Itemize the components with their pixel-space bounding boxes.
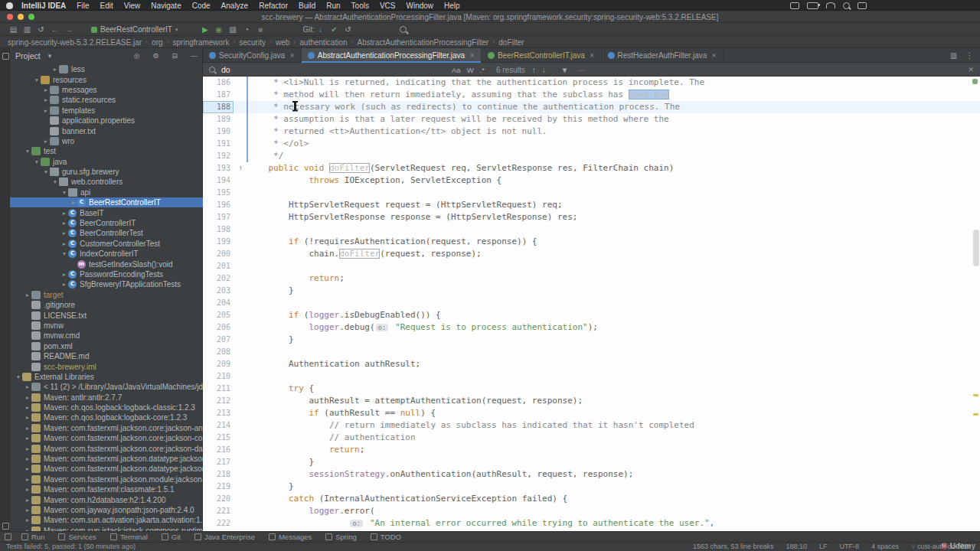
chevron-icon[interactable]: ▸ <box>24 465 31 472</box>
chevron-icon[interactable]: ▸ <box>51 66 59 73</box>
wifi-icon[interactable] <box>826 2 835 8</box>
match-case-toggle[interactable]: Aa <box>449 66 463 74</box>
code-line[interactable]: 193↑ public void doFilter(ServletRequest… <box>203 162 980 174</box>
tree-item[interactable]: ▸Maven: com.fasterxml.jackson.core:jacks… <box>10 433 203 443</box>
line-number[interactable]: 222 <box>203 517 234 530</box>
code-line[interactable]: 220 catch (InternalAuthenticationService… <box>203 493 980 505</box>
chevron-icon[interactable]: ▸ <box>24 517 31 523</box>
code-editor[interactable]: 186 * <li>Null is returned, indicating t… <box>203 77 980 531</box>
code-line[interactable]: 205 if (logger.isDebugEnabled()) { <box>203 309 980 321</box>
window-minimize-button[interactable] <box>18 14 24 20</box>
toolwindow-button-java-enterprise[interactable]: Java Enterprise <box>188 533 262 541</box>
stop-icon[interactable]: ■ <box>254 23 266 36</box>
code-line[interactable]: 192 */ <box>203 150 980 162</box>
line-number[interactable]: 208 <box>203 346 234 358</box>
line-number[interactable]: 201 <box>203 260 234 272</box>
tree-item[interactable]: ▸CBaseIT <box>10 207 203 217</box>
chevron-icon[interactable]: ▸ <box>24 445 31 452</box>
chevron-icon[interactable]: ▸ <box>60 271 68 278</box>
code-line[interactable]: 207 } <box>203 334 980 346</box>
breadcrumb-item[interactable]: AbstractAuthenticationProcessingFilter <box>358 38 489 47</box>
search-query-input[interactable] <box>220 64 445 75</box>
collapse-all-icon[interactable]: ⊟ <box>172 52 178 60</box>
toolwindow-button-spring[interactable]: Spring <box>318 533 363 541</box>
tree-item[interactable]: ▸Maven: com.fasterxml.jackson.module:jac… <box>10 474 203 484</box>
chevron-icon[interactable]: ▸ <box>24 486 31 493</box>
window-close-button[interactable] <box>7 14 13 20</box>
error-stripe-mark[interactable] <box>973 413 978 416</box>
breadcrumb-item[interactable]: web <box>276 38 289 47</box>
chevron-icon[interactable]: ▾ <box>60 250 68 257</box>
tree-item[interactable]: README.md <box>10 351 203 361</box>
tree-item[interactable]: LICENSE.txt <box>10 310 203 320</box>
code-line[interactable]: 187 * method will then return immediatel… <box>203 89 980 101</box>
tree-item[interactable]: .gitignore <box>10 300 203 310</box>
status-segment[interactable]: UTF-8 <box>840 543 860 550</box>
code-line[interactable]: 213 if (authResult == null) { <box>203 407 980 419</box>
line-number[interactable]: 200 <box>203 248 234 260</box>
run-configuration-select[interactable]: BeerRestControllerIT ▾ <box>91 25 178 34</box>
tree-item[interactable]: ▸Maven: com.fasterxml.jackson.datatype:j… <box>10 454 203 464</box>
line-number[interactable]: 206 <box>203 321 234 334</box>
git-rollback-icon[interactable]: ↺ <box>342 23 354 36</box>
chevron-icon[interactable]: ▾ <box>51 178 59 185</box>
line-number[interactable]: 187 <box>203 89 234 101</box>
menu-item[interactable]: Refactor <box>253 2 293 10</box>
line-number[interactable]: 202 <box>203 272 234 285</box>
line-number[interactable]: 203 <box>203 285 234 297</box>
chevron-icon[interactable]: ▸ <box>24 292 31 298</box>
tab-close-icon[interactable]: ✕ <box>469 52 475 59</box>
tree-item[interactable]: mvnw <box>10 321 203 331</box>
chevron-icon[interactable]: ▸ <box>42 107 50 114</box>
tree-item[interactable]: ▸CSfgBreweryITApplicationTests <box>10 279 203 289</box>
line-number[interactable]: 213 <box>203 407 234 419</box>
chevron-icon[interactable]: ▸ <box>60 240 68 247</box>
hide-panel-icon[interactable]: — <box>191 52 198 60</box>
back-icon[interactable]: ← <box>49 23 60 36</box>
tree-item[interactable]: mtestGetIndexSlash():void <box>10 259 203 269</box>
tree-item[interactable]: ▾java <box>10 157 203 167</box>
code-line[interactable]: 215 // authentication <box>203 432 980 444</box>
tree-item[interactable]: ▸wro <box>10 136 203 146</box>
line-number[interactable]: 191 <box>203 138 234 150</box>
error-stripe-mark[interactable] <box>973 394 978 396</box>
tree-item[interactable]: ▸Maven: ch.qos.logback:logback-core:1.2.… <box>10 412 203 422</box>
apple-menu-icon[interactable] <box>6 2 13 9</box>
tree-item[interactable]: ▸Maven: com.h2database:h2:1.4.200 <box>10 494 203 504</box>
menu-item[interactable]: Window <box>401 2 439 10</box>
tree-item[interactable]: ▾External Libraries <box>10 372 203 382</box>
line-number[interactable]: 186 <box>203 77 234 89</box>
debug-icon[interactable]: ◉ <box>213 23 224 36</box>
filter-icon[interactable]: ▼ <box>559 66 570 74</box>
code-line[interactable]: 194 throws IOException, ServletException… <box>203 174 980 187</box>
line-number[interactable]: 219 <box>203 481 234 493</box>
tree-item[interactable]: ▸static.resources <box>10 95 203 105</box>
tab-close-icon[interactable]: ✕ <box>590 52 595 59</box>
regex-toggle[interactable]: .* <box>478 66 487 74</box>
find-close-icon[interactable]: ✕ <box>968 66 974 73</box>
chevron-icon[interactable]: ▸ <box>24 394 31 401</box>
chevron-down-icon[interactable]: ▾ <box>48 52 52 60</box>
code-line[interactable]: 201 <box>203 260 980 272</box>
chevron-icon[interactable]: ▸ <box>24 383 31 390</box>
line-number[interactable]: 194 <box>203 174 234 187</box>
menu-item[interactable]: Run <box>321 2 345 10</box>
line-number[interactable]: 212 <box>203 395 234 407</box>
line-number[interactable]: 197 <box>203 211 234 223</box>
line-number[interactable]: 190 <box>203 126 234 138</box>
chevron-icon[interactable]: ▸ <box>60 210 68 217</box>
code-line[interactable]: 214 // return immediately as subclass ha… <box>203 419 980 432</box>
chevron-icon[interactable]: ▸ <box>24 435 31 442</box>
tree-item[interactable]: ▸< 11 (2) > /Library/Java/JavaVirtualMac… <box>10 382 203 392</box>
menu-item[interactable]: Help <box>439 2 466 10</box>
line-number[interactable]: 189 <box>203 113 234 126</box>
chevron-icon[interactable]: ▾ <box>15 373 22 380</box>
chevron-icon[interactable]: ▾ <box>24 148 31 155</box>
code-line[interactable]: 217 } <box>203 456 980 468</box>
code-line[interactable]: 198 <box>203 223 980 236</box>
line-number[interactable]: 193 <box>203 162 234 174</box>
toolwindow-button-services[interactable]: Services <box>51 533 103 541</box>
save-all-icon[interactable]: ▥ <box>21 23 33 36</box>
tree-item[interactable]: ▸CPasswordEncodingTests <box>10 269 203 279</box>
project-panel-title[interactable]: Project <box>15 51 41 60</box>
